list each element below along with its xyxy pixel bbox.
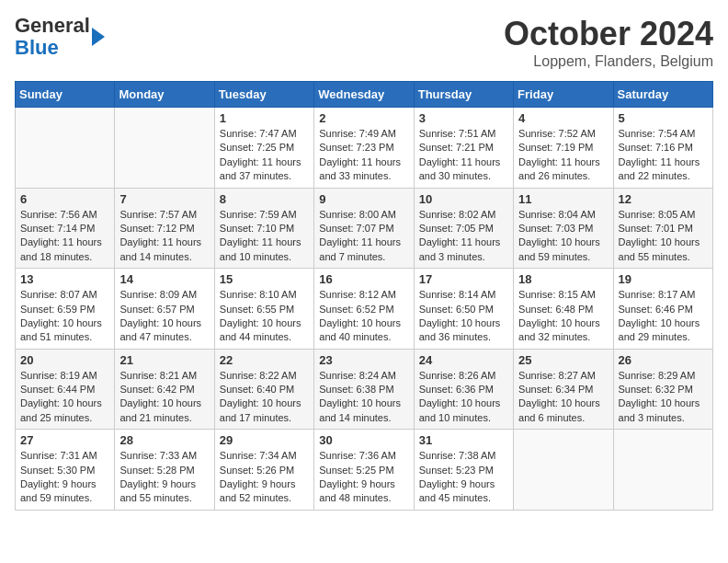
calendar-cell: 1Sunrise: 7:47 AMSunset: 7:25 PMDaylight… <box>214 108 313 189</box>
sunrise-text: Sunrise: 7:34 AM <box>220 450 297 461</box>
day-info: Sunrise: 7:52 AMSunset: 7:19 PMDaylight:… <box>518 127 608 184</box>
header-row: SundayMondayTuesdayWednesdayThursdayFrid… <box>16 82 713 108</box>
sunset-text: Sunset: 6:55 PM <box>220 304 294 315</box>
day-number: 13 <box>20 272 109 286</box>
daylight-text: Daylight: 10 hours and 21 minutes. <box>119 397 201 422</box>
day-info: Sunrise: 8:12 AMSunset: 6:52 PMDaylight:… <box>319 288 408 345</box>
daylight-text: Daylight: 10 hours and 47 minutes. <box>119 317 201 342</box>
day-info: Sunrise: 8:24 AMSunset: 6:38 PMDaylight:… <box>319 369 408 426</box>
calendar-cell: 21Sunrise: 8:21 AMSunset: 6:42 PMDayligh… <box>115 349 214 430</box>
day-number: 15 <box>220 272 309 286</box>
calendar-week-row: 13Sunrise: 8:07 AMSunset: 6:59 PMDayligh… <box>16 269 713 350</box>
day-info: Sunrise: 8:22 AMSunset: 6:40 PMDaylight:… <box>220 369 309 426</box>
day-info: Sunrise: 8:07 AMSunset: 6:59 PMDaylight:… <box>20 288 109 345</box>
calendar-cell: 23Sunrise: 8:24 AMSunset: 6:38 PMDayligh… <box>314 349 414 430</box>
sunset-text: Sunset: 5:28 PM <box>119 465 194 476</box>
sunrise-text: Sunrise: 8:24 AM <box>319 370 396 381</box>
sunset-text: Sunset: 6:32 PM <box>619 384 693 395</box>
daylight-text: Daylight: 9 hours and 59 minutes. <box>20 478 97 503</box>
calendar-table: SundayMondayTuesdayWednesdayThursdayFrid… <box>15 81 713 511</box>
day-number: 5 <box>619 111 708 125</box>
calendar-cell: 26Sunrise: 8:29 AMSunset: 6:32 PMDayligh… <box>613 349 712 430</box>
day-number: 12 <box>619 192 708 206</box>
sunrise-text: Sunrise: 8:09 AM <box>119 289 197 300</box>
day-info: Sunrise: 8:10 AMSunset: 6:55 PMDaylight:… <box>220 288 309 345</box>
sunset-text: Sunset: 5:23 PM <box>419 465 494 476</box>
calendar-cell: 19Sunrise: 8:17 AMSunset: 6:46 PMDayligh… <box>613 269 712 350</box>
sunrise-text: Sunrise: 8:12 AM <box>319 289 396 300</box>
calendar-cell: 8Sunrise: 7:59 AMSunset: 7:10 PMDaylight… <box>214 188 313 269</box>
sunrise-text: Sunrise: 8:17 AM <box>619 289 696 300</box>
sunset-text: Sunset: 7:23 PM <box>319 142 393 153</box>
sunrise-text: Sunrise: 7:38 AM <box>419 450 496 461</box>
day-info: Sunrise: 8:27 AMSunset: 6:34 PMDaylight:… <box>518 369 608 426</box>
day-number: 10 <box>419 192 508 206</box>
day-info: Sunrise: 7:54 AMSunset: 7:16 PMDaylight:… <box>619 127 708 184</box>
day-number: 20 <box>20 353 109 367</box>
day-number: 11 <box>518 192 608 206</box>
day-info: Sunrise: 7:59 AMSunset: 7:10 PMDaylight:… <box>220 208 309 265</box>
daylight-text: Daylight: 10 hours and 17 minutes. <box>220 397 301 422</box>
daylight-text: Daylight: 10 hours and 6 minutes. <box>518 397 600 422</box>
sunset-text: Sunset: 7:03 PM <box>518 223 593 234</box>
daylight-text: Daylight: 10 hours and 14 minutes. <box>319 397 401 422</box>
sunrise-text: Sunrise: 7:31 AM <box>20 450 97 461</box>
day-info: Sunrise: 7:47 AMSunset: 7:25 PMDaylight:… <box>220 127 309 184</box>
day-number: 7 <box>119 192 209 206</box>
sunset-text: Sunset: 7:05 PM <box>419 223 494 234</box>
sunset-text: Sunset: 6:52 PM <box>319 304 393 315</box>
daylight-text: Daylight: 11 hours and 37 minutes. <box>220 156 301 181</box>
calendar-cell: 31Sunrise: 7:38 AMSunset: 5:23 PMDayligh… <box>414 430 513 511</box>
sunrise-text: Sunrise: 8:04 AM <box>518 209 596 220</box>
day-number: 14 <box>119 272 209 286</box>
sunset-text: Sunset: 7:25 PM <box>220 142 294 153</box>
sunrise-text: Sunrise: 7:52 AM <box>518 128 596 139</box>
daylight-text: Daylight: 10 hours and 10 minutes. <box>419 397 501 422</box>
day-info: Sunrise: 8:19 AMSunset: 6:44 PMDaylight:… <box>20 369 109 426</box>
sunrise-text: Sunrise: 8:29 AM <box>619 370 696 381</box>
logo: General Blue <box>15 15 105 59</box>
day-info: Sunrise: 8:21 AMSunset: 6:42 PMDaylight:… <box>119 369 209 426</box>
day-info: Sunrise: 8:02 AMSunset: 7:05 PMDaylight:… <box>419 208 508 265</box>
day-number: 6 <box>20 192 109 206</box>
sunrise-text: Sunrise: 8:26 AM <box>419 370 496 381</box>
title-section: October 2024 Loppem, Flanders, Belgium <box>504 15 713 70</box>
daylight-text: Daylight: 11 hours and 22 minutes. <box>619 156 700 181</box>
calendar-cell: 14Sunrise: 8:09 AMSunset: 6:57 PMDayligh… <box>115 269 214 350</box>
daylight-text: Daylight: 10 hours and 40 minutes. <box>319 317 401 342</box>
day-number: 28 <box>119 433 209 447</box>
calendar-cell: 15Sunrise: 8:10 AMSunset: 6:55 PMDayligh… <box>214 269 313 350</box>
calendar-cell: 12Sunrise: 8:05 AMSunset: 7:01 PMDayligh… <box>613 188 712 269</box>
sunrise-text: Sunrise: 8:14 AM <box>419 289 496 300</box>
daylight-text: Daylight: 11 hours and 7 minutes. <box>319 236 401 261</box>
daylight-text: Daylight: 9 hours and 55 minutes. <box>119 478 196 503</box>
sunset-text: Sunset: 6:57 PM <box>119 304 194 315</box>
sunrise-text: Sunrise: 8:10 AM <box>220 289 297 300</box>
calendar-cell: 17Sunrise: 8:14 AMSunset: 6:50 PMDayligh… <box>414 269 513 350</box>
daylight-text: Daylight: 10 hours and 25 minutes. <box>20 397 102 422</box>
sunrise-text: Sunrise: 8:00 AM <box>319 209 396 220</box>
calendar-cell: 18Sunrise: 8:15 AMSunset: 6:48 PMDayligh… <box>514 269 613 350</box>
day-info: Sunrise: 8:15 AMSunset: 6:48 PMDaylight:… <box>518 288 608 345</box>
calendar-cell: 20Sunrise: 8:19 AMSunset: 6:44 PMDayligh… <box>16 349 115 430</box>
sunrise-text: Sunrise: 8:02 AM <box>419 209 496 220</box>
daylight-text: Daylight: 11 hours and 14 minutes. <box>119 236 201 261</box>
calendar-cell: 10Sunrise: 8:02 AMSunset: 7:05 PMDayligh… <box>414 188 513 269</box>
sunset-text: Sunset: 5:25 PM <box>319 465 393 476</box>
sunset-text: Sunset: 6:44 PM <box>20 384 95 395</box>
sunrise-text: Sunrise: 7:51 AM <box>419 128 496 139</box>
sunrise-text: Sunrise: 7:47 AM <box>220 128 297 139</box>
sunset-text: Sunset: 7:16 PM <box>619 142 693 153</box>
header-day: Monday <box>115 82 214 108</box>
sunset-text: Sunset: 7:07 PM <box>319 223 393 234</box>
sunrise-text: Sunrise: 7:54 AM <box>619 128 696 139</box>
sunset-text: Sunset: 5:30 PM <box>20 465 95 476</box>
daylight-text: Daylight: 11 hours and 10 minutes. <box>220 236 301 261</box>
day-number: 22 <box>220 353 309 367</box>
day-number: 4 <box>518 111 608 125</box>
day-number: 23 <box>319 353 408 367</box>
day-info: Sunrise: 7:56 AMSunset: 7:14 PMDaylight:… <box>20 208 109 265</box>
day-number: 9 <box>319 192 408 206</box>
day-info: Sunrise: 8:17 AMSunset: 6:46 PMDaylight:… <box>619 288 708 345</box>
sunrise-text: Sunrise: 7:33 AM <box>119 450 197 461</box>
